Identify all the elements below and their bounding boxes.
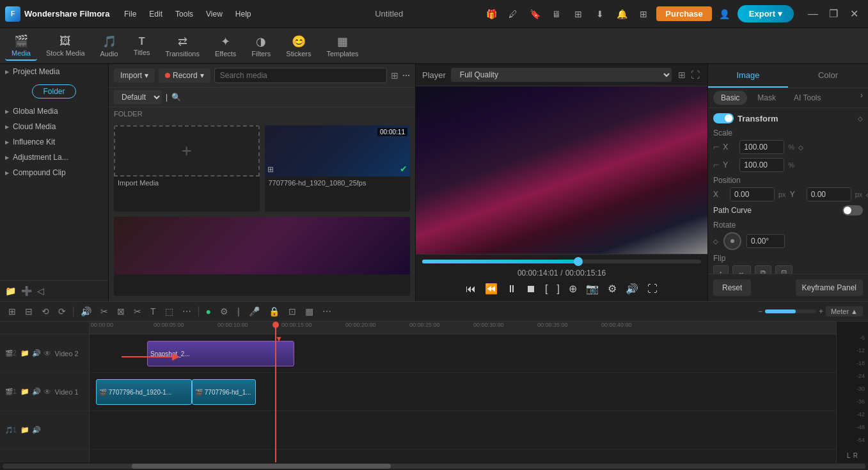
position-y-input[interactable] bbox=[807, 187, 851, 201]
subtab-mask[interactable]: Mask bbox=[750, 91, 784, 105]
frame-back-button[interactable]: ⏪ bbox=[484, 281, 499, 296]
timeline-tracks[interactable]: 00:00:00 00:00:05:00 00:00:10:00 00:00:1… bbox=[90, 322, 836, 462]
subtab-basic[interactable]: Basic bbox=[713, 91, 747, 105]
toolbar-titles[interactable]: T Titles bbox=[127, 33, 157, 59]
record-button[interactable]: Record ▾ bbox=[159, 68, 210, 82]
pen-icon[interactable]: 🖊 bbox=[504, 5, 522, 23]
fullscreen-icon[interactable]: ⛶ bbox=[690, 68, 701, 81]
track2-folder-icon[interactable]: 📁 bbox=[20, 349, 29, 358]
zoom-out-icon[interactable]: − bbox=[758, 307, 762, 316]
toolbar-audio[interactable]: 🎵 Audio bbox=[94, 32, 125, 60]
meter-button[interactable]: Meter ▲ bbox=[826, 306, 863, 317]
view-mode-select[interactable]: Default bbox=[114, 90, 162, 104]
scrollbar-thumb[interactable] bbox=[132, 464, 391, 469]
toolbar-transitions[interactable]: ⇄ Transitions bbox=[159, 32, 206, 60]
playhead[interactable] bbox=[275, 322, 276, 462]
skip-back-button[interactable]: ⏮ bbox=[464, 282, 477, 296]
tab-image[interactable]: Image bbox=[708, 64, 788, 88]
mark-in-button[interactable]: [ bbox=[544, 282, 549, 296]
fullscreen2-button[interactable]: ⛶ bbox=[646, 282, 659, 296]
tl-delete-button[interactable]: ✂ bbox=[97, 304, 111, 318]
flip-reset-button[interactable]: ⊡ bbox=[775, 265, 793, 274]
minimize-button[interactable]: — bbox=[804, 5, 822, 23]
export-button[interactable]: Export ▾ bbox=[738, 5, 794, 22]
bookmark-icon[interactable]: 🔖 bbox=[526, 5, 544, 23]
purchase-button[interactable]: Purchase bbox=[656, 6, 712, 21]
position-x-input[interactable] bbox=[730, 187, 775, 201]
tl-trim-button[interactable]: ✂ bbox=[130, 304, 145, 318]
volume-button[interactable]: 🔊 bbox=[624, 281, 640, 296]
tl-keyframe-button[interactable]: ⬚ bbox=[162, 304, 177, 318]
scale-x-keyframe[interactable]: ◇ bbox=[798, 144, 803, 151]
tl-settings-icon[interactable]: ⚙ bbox=[217, 304, 232, 318]
tl-extend-button[interactable]: ⋯ bbox=[319, 304, 335, 318]
toolbar-stock-media[interactable]: 🖼 Stock Media bbox=[40, 32, 91, 59]
menu-edit[interactable]: Edit bbox=[144, 7, 168, 21]
progress-bar[interactable] bbox=[422, 260, 701, 263]
apps-icon[interactable]: ⊞ bbox=[635, 5, 652, 23]
sidebar-item-compound-clip[interactable]: ▶ Compound Clip bbox=[0, 165, 108, 180]
track1-audio-icon[interactable]: 🔊 bbox=[32, 388, 41, 396]
toolbar-media[interactable]: 🎬 Media bbox=[5, 31, 37, 61]
folder-button[interactable]: Folder bbox=[32, 84, 75, 98]
close-button[interactable]: ✕ bbox=[845, 5, 863, 23]
bell-icon[interactable]: 🔔 bbox=[613, 5, 631, 23]
tl-chapter-button[interactable]: | bbox=[234, 304, 243, 318]
flip-vertical-button[interactable]: ↕ bbox=[713, 265, 729, 274]
rotate-knob[interactable] bbox=[723, 232, 741, 250]
grid-icon[interactable]: ⊞ bbox=[569, 5, 587, 23]
zoom-slider[interactable] bbox=[765, 309, 816, 313]
tl-lock-button[interactable]: 🔒 bbox=[265, 304, 283, 318]
tl-screen-button[interactable]: ▦ bbox=[302, 304, 317, 318]
toolbar-filters[interactable]: ◑ Filters bbox=[245, 32, 277, 60]
transform-keyframe-icon[interactable]: ◇ bbox=[858, 115, 863, 122]
menu-tools[interactable]: Tools bbox=[170, 7, 198, 21]
tl-more-button[interactable]: ⋯ bbox=[179, 304, 194, 318]
add-icon[interactable]: ➕ bbox=[21, 286, 32, 296]
track2-audio-icon[interactable]: 🔊 bbox=[32, 349, 41, 358]
tl-text-button[interactable]: T bbox=[147, 304, 159, 318]
tab-color[interactable]: Color bbox=[788, 64, 868, 88]
insert-button[interactable]: ⊕ bbox=[567, 281, 578, 296]
monitor-icon[interactable]: 🖥 bbox=[548, 5, 565, 23]
collapse-icon[interactable]: ◁ bbox=[37, 286, 44, 296]
search-input[interactable] bbox=[214, 68, 387, 83]
download-icon[interactable]: ⬇ bbox=[591, 5, 609, 23]
tl-audio-icon[interactable]: 🔊 bbox=[77, 304, 95, 318]
add-folder-icon[interactable]: 📁 bbox=[5, 286, 16, 296]
sort-icon[interactable]: ⊞ bbox=[391, 70, 398, 81]
grid2-icon[interactable]: ⊞ bbox=[677, 68, 687, 81]
stop-button[interactable]: ⏹ bbox=[525, 282, 537, 296]
flip-horizontal-button[interactable]: ↔ bbox=[732, 265, 751, 274]
menu-view[interactable]: View bbox=[201, 7, 228, 21]
more-subtabs-icon[interactable]: › bbox=[860, 91, 863, 105]
tl-voice-button[interactable]: 🎤 bbox=[246, 304, 263, 318]
tl-split-icon[interactable]: ⊞ bbox=[5, 304, 19, 318]
track1-folder-icon[interactable]: 📁 bbox=[20, 388, 29, 396]
gift-icon[interactable]: 🎁 bbox=[482, 5, 500, 23]
timeline-scrollbar[interactable] bbox=[3, 464, 865, 469]
media-item-video2[interactable] bbox=[114, 217, 410, 297]
tl-undo-button[interactable]: ⟲ bbox=[38, 304, 52, 318]
clip-video1a[interactable]: 🎬 7707796-hd_1920-1... bbox=[96, 379, 192, 405]
setting2-button[interactable]: ⚙ bbox=[606, 281, 618, 296]
user-avatar[interactable]: 👤 bbox=[716, 5, 734, 23]
quality-select[interactable]: Full Quality bbox=[451, 68, 672, 82]
sidebar-item-global-media[interactable]: ▶ Global Media bbox=[0, 104, 108, 119]
path-curve-toggle[interactable] bbox=[842, 205, 863, 215]
reset-button[interactable]: Reset bbox=[713, 279, 751, 296]
menu-help[interactable]: Help bbox=[230, 7, 256, 21]
subtab-ai-tools[interactable]: AI Tools bbox=[786, 91, 828, 105]
zoom-in-icon[interactable]: + bbox=[819, 307, 823, 316]
toolbar-effects[interactable]: ✦ Effects bbox=[209, 32, 242, 60]
scale-y-input[interactable] bbox=[739, 158, 784, 172]
snapshot-button[interactable]: 📷 bbox=[585, 281, 600, 296]
toolbar-templates[interactable]: ▦ Templates bbox=[320, 32, 365, 60]
add-media-item[interactable]: + Import Media bbox=[114, 125, 260, 212]
keyframe-panel-button[interactable]: Keyframe Panel bbox=[796, 279, 863, 296]
more-icon[interactable]: ⋯ bbox=[402, 71, 410, 80]
tl-copy-button[interactable]: ⊡ bbox=[285, 304, 299, 318]
audio1-vol-icon[interactable]: 🔊 bbox=[32, 426, 41, 434]
sidebar-item-cloud-media[interactable]: ▶ Cloud Media bbox=[0, 119, 108, 134]
sidebar-item-project-media[interactable]: ▶ Project Media bbox=[0, 64, 108, 79]
